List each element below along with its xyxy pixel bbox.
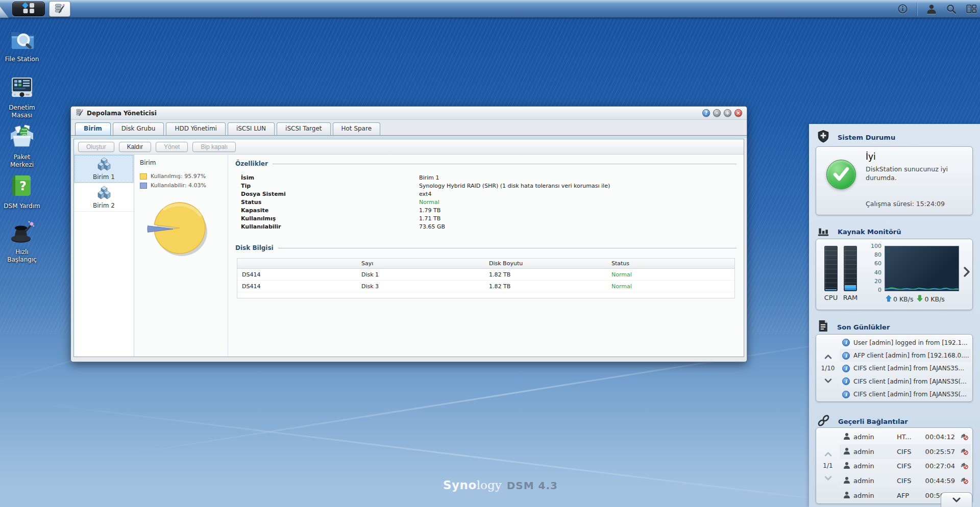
minimize-window-button[interactable]: – xyxy=(713,109,721,117)
connection-protocol: CIFS xyxy=(897,477,919,485)
taskbar-app-storage-manager[interactable] xyxy=(49,1,70,17)
storage-manager-window: Depolama Yöneticisi ?–+× BirimDisk Grubu… xyxy=(70,106,747,362)
dsm-watermark: SynologyDSM 4.3 xyxy=(443,478,558,492)
table-cell: Normal xyxy=(611,283,734,290)
pilot-view-icon[interactable] xyxy=(966,4,977,15)
tab-iscsi-lun[interactable]: iSCSI LUN xyxy=(228,122,275,135)
bar-chart-icon xyxy=(817,224,830,239)
table-header-row: SayıDisk BoyutuStatus xyxy=(237,259,734,269)
tab-hdd-y-netimi[interactable]: HDD Yönetimi xyxy=(166,122,225,135)
bip-kapal-button[interactable]: Bip kapalı xyxy=(192,142,236,152)
help-window-button[interactable]: ? xyxy=(702,109,710,117)
info-icon[interactable] xyxy=(897,4,908,15)
desktop-icon-file-station[interactable]: File Station xyxy=(1,26,43,63)
volume-list-item-birim-2[interactable]: Birim 2 xyxy=(74,183,134,212)
package-center-icon xyxy=(9,123,35,152)
property-value: Normal xyxy=(419,199,439,206)
maximize-window-button[interactable]: + xyxy=(724,109,731,117)
log-entry: iCIFS client [admin] from [AJANS3S(... xyxy=(840,388,971,401)
legend-swatch xyxy=(140,173,147,180)
page-up-icon[interactable] xyxy=(824,351,832,361)
table-cell: Normal xyxy=(611,271,734,278)
property-label: Kullanılabilir xyxy=(235,223,419,230)
close-window-button[interactable]: × xyxy=(734,109,742,117)
widget-panel-collapse-button[interactable] xyxy=(941,492,972,507)
brand-text: Syno xyxy=(443,478,477,492)
desktop-icon-dsm-help[interactable]: ? DSM Yardım xyxy=(1,172,43,210)
property-value: 1.79 TB xyxy=(419,207,440,214)
network-graph-y-axis: 100806040200 xyxy=(865,243,881,295)
volume-list-item-birim-1[interactable]: Birim 1 xyxy=(74,155,134,183)
axis-tick-label: 100 xyxy=(865,243,881,251)
user-icon xyxy=(843,491,850,500)
disconnect-icon[interactable] xyxy=(960,432,968,442)
property-row: Kullanılmış1.71 TB xyxy=(235,214,737,222)
connection-user: admin xyxy=(853,477,894,485)
desktop-icon-quick-start[interactable]: Hızlı Başlangıç xyxy=(1,218,43,264)
health-status-text: İyi xyxy=(866,151,876,162)
info-icon: i xyxy=(842,391,850,398)
table-cell: DS414 xyxy=(237,283,361,290)
desktop-icon-control-panel[interactable]: Denetim Masası xyxy=(1,74,43,119)
table-cell: Disk 1 xyxy=(361,271,489,278)
network-speed-line: 0 KB/s 0 KB/s xyxy=(886,295,945,303)
ram-label: RAM xyxy=(840,294,861,301)
quick-start-icon xyxy=(9,218,35,247)
show-desktop-corner[interactable] xyxy=(0,7,9,18)
version-text: DSM 4.3 xyxy=(507,479,558,492)
log-text: CIFS client [admin] from [AJANS3S(... xyxy=(853,378,967,385)
health-message: DiskStation sunucunuz iyi durumda. xyxy=(866,165,965,183)
connection-time: 00:44:59 xyxy=(922,477,955,485)
page-down-icon[interactable] xyxy=(824,473,832,483)
disconnect-icon[interactable] xyxy=(960,461,968,471)
olu-tur-button[interactable]: Oluştur xyxy=(78,142,114,152)
kald-r-button[interactable]: Kaldır xyxy=(119,142,151,152)
desktop-icon-package-center[interactable]: Paket Merkezi xyxy=(1,123,43,169)
pie-legend: Kullanılmış: 95.97%Kullanılabilir: 4.03% xyxy=(140,173,228,189)
search-icon[interactable] xyxy=(946,4,957,15)
upload-speed: 0 KB/s xyxy=(893,295,913,303)
property-value: 73.65 GB xyxy=(419,223,445,230)
control-panel-icon xyxy=(9,74,35,103)
disconnect-icon[interactable] xyxy=(960,447,968,457)
property-label: İsim xyxy=(235,174,419,181)
table-row[interactable]: DS414Disk 31.82 TBNormal xyxy=(237,281,734,292)
main-menu-button[interactable] xyxy=(12,2,45,16)
disk-info-table: SayıDisk BoyutuStatus DS414Disk 11.82 TB… xyxy=(237,258,735,298)
resource-monitor-card: CPU RAM 100806040200 0 KB/s 0 KB/s xyxy=(816,239,973,310)
tab-hot-spare[interactable]: Hot Spare xyxy=(333,122,381,135)
log-text: AFP client [admin] from [192.168.0.... xyxy=(853,352,969,359)
page-down-icon[interactable] xyxy=(824,375,832,385)
health-ok-check-icon xyxy=(826,160,856,189)
tab-disk-grubu[interactable]: Disk Grubu xyxy=(113,122,164,135)
chevron-right-icon[interactable] xyxy=(963,267,970,279)
connection-protocol: CIFS xyxy=(897,462,919,470)
svg-text:?: ? xyxy=(19,179,27,193)
page-indicator: 1/10 xyxy=(821,365,835,372)
connection-row: adminHT...00:04:12 xyxy=(840,429,971,444)
disconnect-icon[interactable] xyxy=(960,476,968,486)
property-label: Tip xyxy=(235,183,419,189)
connection-row: adminCIFS00:25:57 xyxy=(840,444,971,459)
volume-usage-panel: Birim Kullanılmış: 95.97%Kullanılabilir:… xyxy=(134,155,228,357)
upload-arrow-icon xyxy=(886,295,892,303)
connection-user: admin xyxy=(853,433,894,441)
connection-user: admin xyxy=(853,462,894,470)
tab-birim[interactable]: Birim xyxy=(75,122,111,135)
section-title: Disk Bilgisi xyxy=(235,244,274,251)
table-row[interactable]: DS414Disk 11.82 TBNormal xyxy=(237,269,734,281)
widget-title: Geçerli Bağlantılar xyxy=(838,418,908,425)
property-row: Kullanılabilir73.65 GB xyxy=(235,222,737,231)
page-up-icon[interactable] xyxy=(824,449,832,459)
y-net-button[interactable]: Yönet xyxy=(156,142,188,152)
connection-user: admin xyxy=(853,448,894,455)
table-cell: 1.82 TB xyxy=(489,283,611,290)
axis-tick-label: 80 xyxy=(865,251,881,260)
property-value: ext4 xyxy=(419,191,431,197)
column-header-disk-boyutu: Disk Boyutu xyxy=(489,260,611,267)
tab-iscsi-target[interactable]: iSCSI Target xyxy=(277,122,330,135)
window-titlebar[interactable]: Depolama Yöneticisi ?–+× xyxy=(71,107,747,120)
log-text: User [admin] logged in from [192.1... xyxy=(853,339,968,346)
user-icon[interactable] xyxy=(926,4,937,15)
desktop-icon-label: DSM Yardım xyxy=(4,202,40,210)
